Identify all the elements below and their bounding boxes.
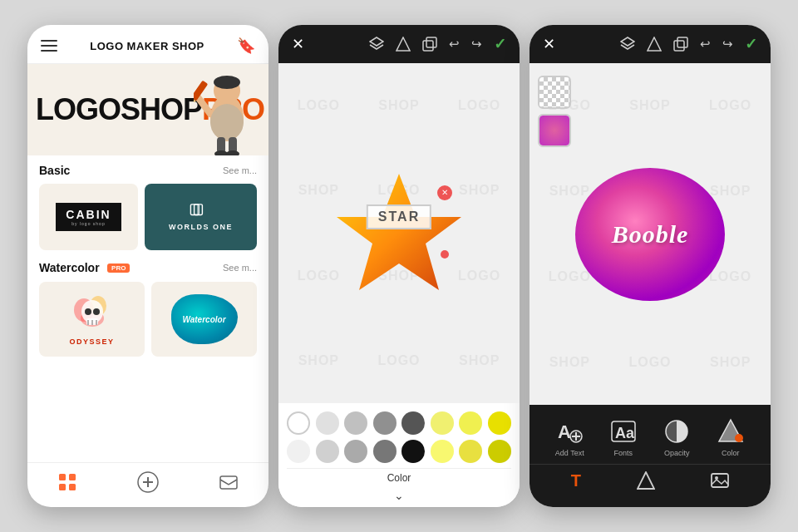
svg-line-3 [198, 97, 210, 114]
worlds-card[interactable]: WORLDS ONE [145, 184, 257, 250]
color-circle[interactable] [431, 440, 454, 463]
p2-confirm-button[interactable]: ✓ [494, 35, 506, 53]
basic-section-title: Basic [39, 164, 70, 177]
p3-confirm-button[interactable]: ✓ [745, 35, 757, 53]
color-circle[interactable] [316, 440, 339, 463]
nav-grid-icon[interactable] [58, 473, 76, 495]
star-close-btn[interactable]: ✕ [437, 185, 452, 200]
svg-text:Aa: Aa [615, 425, 635, 441]
booble-text: Booble [612, 220, 689, 249]
p3-thumb-pink[interactable] [538, 114, 571, 147]
svg-text:A: A [558, 421, 571, 442]
color-circle[interactable] [431, 411, 454, 435]
basic-see-more[interactable]: See m... [223, 165, 257, 175]
phones-container: LOGO MAKER SHOP 🔖 LOGOSHOPPRO [0, 0, 798, 532]
app-title: LOGO MAKER SHOP [90, 40, 204, 52]
color-circle[interactable] [287, 440, 310, 463]
svg-point-21 [93, 308, 100, 315]
color-circle[interactable] [344, 440, 367, 463]
p3-bottom-icons: T [530, 464, 771, 502]
booble-container[interactable]: Booble [567, 151, 733, 318]
p1-bottom-nav [27, 462, 268, 507]
odyssey-label: ODYSSEY [69, 337, 114, 346]
p3-tools-panel: A Add Text Aa [530, 405, 771, 507]
p1-basic-section: Basic See m... CABIN by logo shop [27, 155, 268, 255]
p3-text-mode-icon[interactable]: T [568, 468, 584, 497]
add-text-icon: A [554, 416, 584, 446]
p3-undo-icon[interactable]: ↩ [700, 37, 711, 52]
p3-header: ✕ ↩ ↪ ✓ [530, 25, 771, 63]
color-circle[interactable] [459, 440, 482, 463]
cabin-sublabel: by logo shop [71, 221, 105, 226]
color-circle[interactable] [459, 411, 482, 435]
fonts-icon: Aa [608, 416, 638, 446]
color-circle[interactable] [373, 411, 397, 435]
color-circle[interactable] [316, 411, 339, 435]
cabin-card[interactable]: CABIN by logo shop [39, 184, 138, 250]
fonts-tool[interactable]: Aa Fonts [608, 416, 638, 457]
star-label[interactable]: STAR [367, 204, 431, 229]
color-circle[interactable] [373, 440, 397, 463]
p3-canvas[interactable]: LOGOSHOPLOGO SHOPLOGOSHOP LOGOSHOPLOGO S… [530, 63, 771, 405]
p2-header: ✕ ↩ ↪ ✓ [278, 25, 520, 63]
bookmark-icon[interactable]: 🔖 [237, 37, 255, 55]
star-container[interactable]: STAR ✕ [332, 167, 466, 300]
add-text-tool[interactable]: A Add Text [554, 416, 584, 457]
nav-inbox-icon[interactable] [219, 473, 238, 495]
opacity-tool[interactable]: Opacity [662, 416, 692, 457]
p1-hero: LOGOSHOPPRO [27, 64, 268, 155]
svg-marker-51 [638, 472, 654, 489]
color-transparent[interactable] [287, 411, 310, 435]
p3-side-panel [538, 76, 571, 147]
p3-tools-row: A Add Text Aa [530, 413, 771, 464]
svg-marker-38 [621, 37, 634, 46]
svg-marker-34 [397, 37, 410, 51]
p3-copy-icon[interactable] [673, 37, 688, 52]
watercolor-blob-card[interactable]: Watercolor [151, 282, 257, 357]
svg-rect-40 [674, 41, 684, 51]
p2-canvas[interactable]: LOGOSHOPLOGO SHOPLOGOSHOP LOGOSHOPLOGO S… [278, 63, 520, 403]
odyssey-card[interactable]: ODYSSEY [39, 282, 145, 357]
layers-icon[interactable] [369, 37, 384, 52]
shape-icon[interactable] [396, 37, 411, 52]
color-circle[interactable] [488, 411, 511, 435]
watercolor-see-more[interactable]: See m... [223, 263, 257, 273]
phone-3: ✕ ↩ ↪ ✓ LOGOSHOPLOGO [530, 25, 771, 507]
p2-close-button[interactable]: ✕ [292, 35, 304, 53]
worlds-icon [190, 203, 213, 221]
undo-icon[interactable]: ↩ [449, 37, 460, 52]
p3-shape-icon[interactable] [647, 37, 662, 52]
svg-rect-41 [677, 37, 687, 47]
svg-rect-25 [59, 474, 66, 480]
color-circle[interactable] [401, 440, 425, 463]
p3-layers-icon[interactable] [620, 37, 635, 52]
p3-redo-icon[interactable]: ↪ [722, 37, 733, 52]
svg-point-10 [226, 150, 239, 155]
color-expand-arrow[interactable]: ⌄ [287, 489, 511, 507]
color-circle[interactable] [488, 440, 511, 463]
p2-color-row2 [287, 440, 511, 463]
p2-toolbar-icons: ↩ ↪ ✓ [369, 35, 506, 53]
star-dot [441, 250, 449, 259]
opacity-icon [662, 416, 692, 446]
redo-icon[interactable]: ↪ [471, 37, 482, 52]
opacity-label: Opacity [664, 449, 690, 457]
svg-point-2 [214, 76, 240, 89]
add-text-label: Add Text [555, 449, 584, 457]
hamburger-icon[interactable] [41, 40, 57, 52]
watercolor-blob-label: Watercolor [182, 315, 225, 324]
color-circle[interactable] [344, 411, 367, 435]
copy-icon[interactable] [422, 37, 437, 52]
p3-thumb-transparent[interactable] [538, 76, 571, 109]
p1-watercolor-section: Watercolor PRO See m... [27, 255, 268, 362]
p2-color-row1 [287, 411, 511, 435]
p3-close-button[interactable]: ✕ [543, 35, 555, 53]
nav-add-icon[interactable] [137, 471, 159, 497]
pro-badge: PRO [107, 264, 130, 273]
color-label: Color [287, 468, 511, 489]
watercolor-section-title: Watercolor [39, 261, 100, 274]
p3-image-mode-icon[interactable] [707, 468, 732, 497]
color-circle[interactable] [401, 411, 425, 435]
p3-shape-mode-icon[interactable] [633, 468, 658, 497]
color-tool[interactable]: Color [716, 416, 746, 457]
